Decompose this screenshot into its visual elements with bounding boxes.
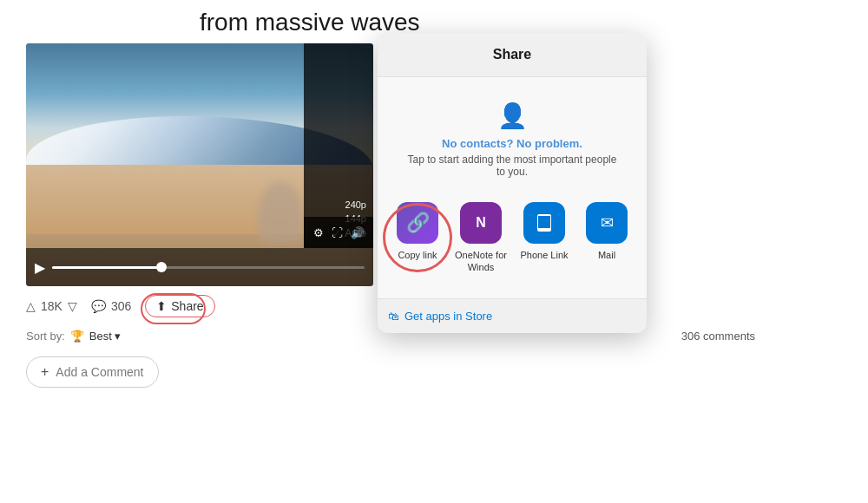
progress-thumb [156, 262, 167, 272]
vote-count: 18K [41, 299, 62, 313]
phone-link-item[interactable]: Phone Link [518, 202, 570, 274]
progress-fill [52, 266, 161, 269]
svg-point-2 [543, 229, 545, 231]
copy-link-label: Copy link [398, 249, 437, 261]
share-icon: ⬆ [156, 299, 167, 313]
get-apps-label: Get apps in Store [404, 310, 492, 323]
mail-item[interactable]: ✉ Mail [581, 202, 633, 274]
plus-icon: + [41, 364, 49, 380]
quality-240p[interactable]: 240p [345, 199, 366, 210]
copy-link-icon: 🔗 [397, 202, 438, 244]
action-bar: △ 18K ▽ 💬 306 ⬆ Share [17, 286, 399, 326]
total-comment-count: 306 comments [681, 330, 755, 343]
add-comment-label: Add a Comment [56, 365, 143, 379]
share-apps-list: 🔗 Copy link N OneNote for Winds [391, 192, 633, 281]
share-popup: Share 👤 No contacts? No problem. Tap to … [378, 33, 647, 333]
sort-label: Sort by: [26, 330, 65, 343]
copy-link-wrapper: 🔗 Copy link [391, 202, 444, 274]
phone-link-icon [523, 202, 565, 244]
onenote-item[interactable]: N OneNote for Winds [454, 202, 508, 274]
mail-icon: ✉ [586, 202, 628, 244]
upvote-icon: △ [26, 299, 36, 313]
downvote-icon: ▽ [68, 299, 77, 313]
sort-value[interactable]: Best ▾ [89, 330, 121, 343]
fullscreen-icon[interactable]: ⛶ [332, 226, 343, 239]
vote-group: △ 18K ▽ [26, 299, 77, 313]
play-button[interactable]: ▶ [35, 259, 45, 276]
comments-button[interactable]: 💬 306 [91, 299, 131, 313]
contacts-icon: 👤 [405, 101, 619, 130]
share-popup-header: Share [378, 33, 647, 77]
video-player[interactable]: 240p 144p ✓ Auto ⚙ ⛶ 🔊 ▶ [26, 43, 373, 286]
no-contacts-area[interactable]: 👤 No contacts? No problem. Tap to start … [391, 95, 633, 192]
onenote-icon: N [460, 202, 502, 244]
share-popup-footer: 🛍 Get apps in Store [378, 298, 647, 333]
person-visual [259, 182, 302, 243]
add-comment-button[interactable]: + Add a Comment [26, 356, 159, 388]
onenote-label: OneNote for Winds [454, 249, 508, 274]
sort-left: Sort by: 🏆 Best ▾ [26, 330, 121, 343]
no-contacts-subtitle: Tap to start adding the most important p… [405, 154, 619, 178]
store-icon: 🛍 [388, 310, 399, 323]
sort-value-text: Best [89, 330, 112, 343]
video-icon-bar: ⚙ ⛶ 🔊 [304, 217, 373, 248]
video-controls-bar: ▶ [26, 248, 373, 286]
share-label: Share [171, 299, 203, 313]
settings-icon[interactable]: ⚙ [313, 226, 324, 239]
share-popup-body: 👤 No contacts? No problem. Tap to start … [378, 77, 647, 298]
sort-icon: 🏆 [70, 330, 84, 343]
volume-icon[interactable]: 🔊 [351, 226, 365, 239]
comment-icon: 💬 [91, 299, 106, 313]
copy-link-item[interactable]: 🔗 Copy link [391, 202, 444, 261]
get-apps-button[interactable]: 🛍 Get apps in Store [388, 310, 492, 323]
progress-bar[interactable] [52, 266, 365, 269]
share-button[interactable]: ⬆ Share [145, 295, 214, 317]
phone-link-label: Phone Link [520, 249, 568, 261]
chevron-down-icon: ▾ [115, 330, 121, 343]
add-comment-section: + Add a Comment [17, 346, 851, 398]
no-contacts-title: No contacts? No problem. [405, 137, 619, 150]
downvote-button[interactable]: ▽ [68, 299, 77, 313]
upvote-button[interactable]: △ [26, 299, 36, 313]
svg-rect-1 [538, 216, 550, 228]
comment-count: 306 [111, 299, 131, 313]
mail-label: Mail [598, 249, 615, 261]
